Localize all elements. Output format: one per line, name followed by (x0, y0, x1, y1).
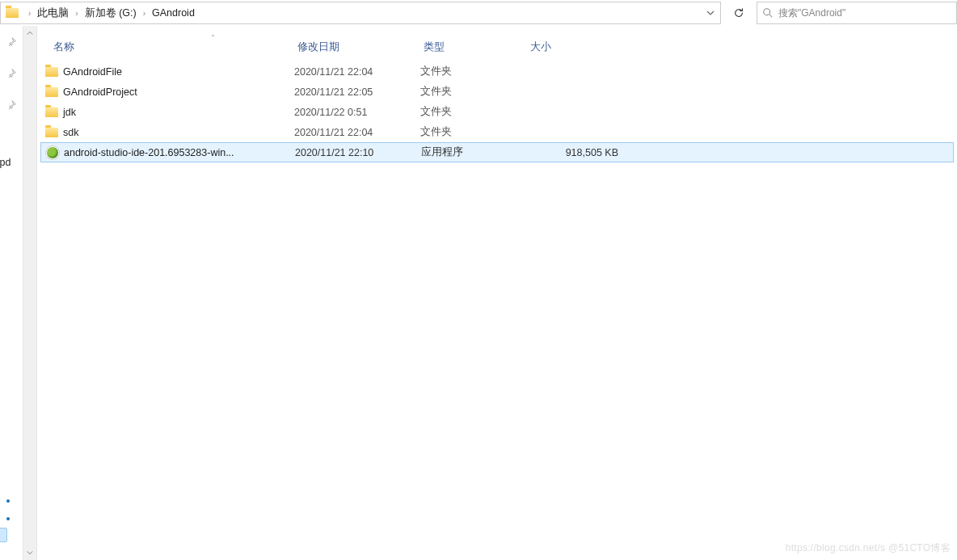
folder-icon (45, 67, 58, 77)
chevron-right-icon[interactable]: › (28, 9, 31, 18)
scroll-down-icon[interactable] (23, 545, 36, 560)
nav-scrollbar[interactable] (23, 26, 37, 560)
chevron-right-icon[interactable]: › (143, 9, 145, 18)
file-name: GAndroidFile (63, 66, 122, 78)
file-name: GAndroidProject (63, 86, 137, 98)
pin-icon[interactable] (7, 69, 16, 79)
column-headers: ⌃ 名称 修改日期 类型 大小 (40, 36, 954, 58)
crumb-folder[interactable]: GAndroid (150, 6, 196, 20)
search-icon (762, 7, 774, 19)
table-row[interactable]: jdk2020/11/22 0:51文件夹 (40, 102, 954, 122)
file-date: 2020/11/21 22:10 (295, 147, 421, 158)
watermark: https://blog.csdn.net/s @51CTO博客 (786, 541, 951, 555)
main: e Upd ⌃ 名称 修改日期 类型 大小 GAndroidFile2020/1… (0, 26, 957, 560)
file-list-pane: ⌃ 名称 修改日期 类型 大小 GAndroidFile2020/11/21 2… (37, 26, 957, 560)
folder-icon (45, 107, 58, 117)
file-type: 文件夹 (420, 65, 527, 78)
svg-point-0 (764, 9, 770, 15)
sidebar-item-label[interactable]: e Upd (0, 157, 11, 168)
crumb-drive[interactable]: 新加卷 (G:) (83, 5, 138, 22)
file-name: jdk (63, 107, 76, 118)
application-icon (46, 146, 59, 159)
svg-line-1 (769, 15, 773, 18)
address-dropdown[interactable] (701, 2, 720, 23)
sidebar-selection (0, 528, 7, 542)
crumb-this-pc[interactable]: 此电脑 (36, 5, 70, 22)
refresh-button[interactable] (727, 2, 750, 24)
table-row[interactable]: GAndroidFile2020/11/21 22:04文件夹 (40, 61, 954, 82)
scroll-up-icon[interactable] (23, 26, 36, 40)
file-size: 918,505 KB (528, 147, 625, 158)
address-bar[interactable]: › 此电脑 › 新加卷 (G:) › GAndroid (0, 2, 721, 24)
folder-icon (45, 87, 58, 97)
table-row[interactable]: android-studio-ide-201.6953283-win...202… (40, 142, 954, 162)
table-row[interactable]: sdk2020/11/21 22:04文件夹 (40, 122, 954, 142)
breadcrumb: 此电脑 › 新加卷 (G:) › GAndroid (36, 5, 701, 22)
header-date[interactable]: 修改日期 (294, 40, 420, 54)
sidebar-dots (6, 499, 10, 520)
search-input[interactable]: 搜索"GAndroid" (757, 2, 957, 24)
chevron-right-icon[interactable]: › (75, 9, 78, 18)
file-list: GAndroidFile2020/11/21 22:04文件夹GAndroidP… (40, 61, 954, 162)
header-size[interactable]: 大小 (527, 40, 624, 54)
search-placeholder: 搜索"GAndroid" (778, 6, 845, 20)
top-bar: › 此电脑 › 新加卷 (G:) › GAndroid 搜索"GAndroid" (0, 0, 957, 26)
folder-icon (45, 128, 58, 137)
file-date: 2020/11/21 22:05 (294, 86, 420, 98)
file-date: 2020/11/22 0:51 (294, 107, 420, 118)
pin-icon[interactable] (7, 100, 16, 111)
quick-access-strip: e Upd (0, 26, 23, 560)
file-date: 2020/11/21 22:04 (294, 127, 420, 138)
file-type: 文件夹 (420, 85, 527, 99)
pin-icon[interactable] (7, 37, 16, 48)
file-date: 2020/11/21 22:04 (294, 66, 420, 78)
table-row[interactable]: GAndroidProject2020/11/21 22:05文件夹 (40, 82, 954, 102)
file-type: 应用程序 (421, 145, 528, 159)
file-name: android-studio-ide-201.6953283-win... (64, 147, 234, 158)
header-type[interactable]: 类型 (420, 40, 527, 54)
file-type: 文件夹 (420, 105, 527, 119)
file-name: sdk (63, 127, 78, 138)
sort-indicator-icon: ⌃ (210, 34, 216, 41)
file-type: 文件夹 (420, 125, 527, 139)
header-name[interactable]: 名称 (40, 40, 294, 54)
folder-icon (6, 6, 19, 19)
